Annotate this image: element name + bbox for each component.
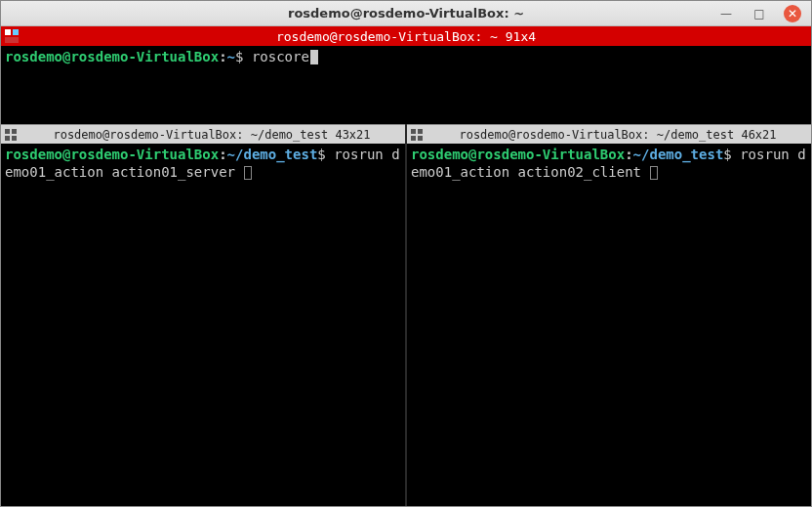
os-titlebar[interactable]: rosdemo@rosdemo-VirtualBox: ~ — □ ✕ bbox=[1, 1, 811, 26]
terminal-right-body[interactable]: rosdemo@rosdemo-VirtualBox:~/demo_test$ … bbox=[407, 144, 811, 506]
svg-rect-0 bbox=[5, 29, 11, 35]
cursor-icon bbox=[310, 50, 318, 64]
close-button[interactable]: ✕ bbox=[784, 5, 801, 22]
command-text: roscore bbox=[252, 49, 309, 64]
terminal-right[interactable]: rosdemo@rosdemo-VirtualBox: ~/demo_test … bbox=[405, 124, 811, 506]
svg-rect-9 bbox=[411, 136, 416, 141]
svg-rect-3 bbox=[5, 129, 10, 134]
app-window: rosdemo@rosdemo-VirtualBox: ~ — □ ✕ rosd… bbox=[0, 0, 812, 507]
prompt-path: ~/demo_test bbox=[633, 147, 724, 162]
prompt-user: rosdemo@rosdemo-VirtualBox bbox=[5, 49, 219, 64]
svg-rect-7 bbox=[411, 129, 416, 134]
prompt-sep: : bbox=[625, 147, 632, 162]
active-pane-title-text: rosdemo@rosdemo-VirtualBox: ~ 91x4 bbox=[276, 29, 536, 44]
right-pane-title-text: rosdemo@rosdemo-VirtualBox: ~/demo_test … bbox=[428, 128, 807, 142]
prompt-path: ~ bbox=[227, 49, 235, 64]
cursor-icon bbox=[650, 166, 658, 180]
window-controls: — □ ✕ bbox=[713, 5, 805, 22]
prompt-dollar: $ bbox=[723, 147, 731, 162]
terminal-left[interactable]: rosdemo@rosdemo-VirtualBox: ~/demo_test … bbox=[1, 124, 405, 506]
terminal-top[interactable]: rosdemo@rosdemo-VirtualBox:~$ roscore bbox=[1, 46, 811, 124]
svg-rect-8 bbox=[418, 129, 423, 134]
svg-rect-2 bbox=[5, 37, 19, 43]
maximize-button[interactable]: □ bbox=[751, 5, 768, 22]
svg-rect-5 bbox=[5, 136, 10, 141]
bottom-split: rosdemo@rosdemo-VirtualBox: ~/demo_test … bbox=[1, 124, 811, 506]
left-pane-title-text: rosdemo@rosdemo-VirtualBox: ~/demo_test … bbox=[22, 128, 401, 142]
layout-icon[interactable] bbox=[5, 29, 19, 43]
svg-rect-6 bbox=[12, 136, 17, 141]
svg-rect-4 bbox=[12, 129, 17, 134]
prompt-user: rosdemo@rosdemo-VirtualBox bbox=[5, 147, 219, 162]
minimize-button[interactable]: — bbox=[717, 5, 735, 22]
svg-rect-1 bbox=[13, 29, 19, 35]
window-title: rosdemo@rosdemo-VirtualBox: ~ bbox=[1, 6, 811, 21]
prompt-path: ~/demo_test bbox=[227, 147, 318, 162]
split-grid-icon[interactable] bbox=[5, 129, 17, 141]
active-pane-title[interactable]: rosdemo@rosdemo-VirtualBox: ~ 91x4 bbox=[1, 26, 811, 46]
terminal-left-body[interactable]: rosdemo@rosdemo-VirtualBox:~/demo_test$ … bbox=[1, 144, 405, 506]
prompt-dollar: $ bbox=[317, 147, 325, 162]
left-pane-title[interactable]: rosdemo@rosdemo-VirtualBox: ~/demo_test … bbox=[1, 124, 405, 144]
split-grid-icon[interactable] bbox=[411, 129, 423, 141]
prompt-user: rosdemo@rosdemo-VirtualBox bbox=[411, 147, 625, 162]
prompt-sep: : bbox=[219, 147, 226, 162]
prompt-sep: : bbox=[219, 49, 226, 64]
right-pane-title[interactable]: rosdemo@rosdemo-VirtualBox: ~/demo_test … bbox=[407, 124, 811, 144]
cursor-icon bbox=[244, 166, 252, 180]
svg-rect-10 bbox=[418, 136, 423, 141]
prompt-dollar: $ bbox=[235, 49, 243, 64]
